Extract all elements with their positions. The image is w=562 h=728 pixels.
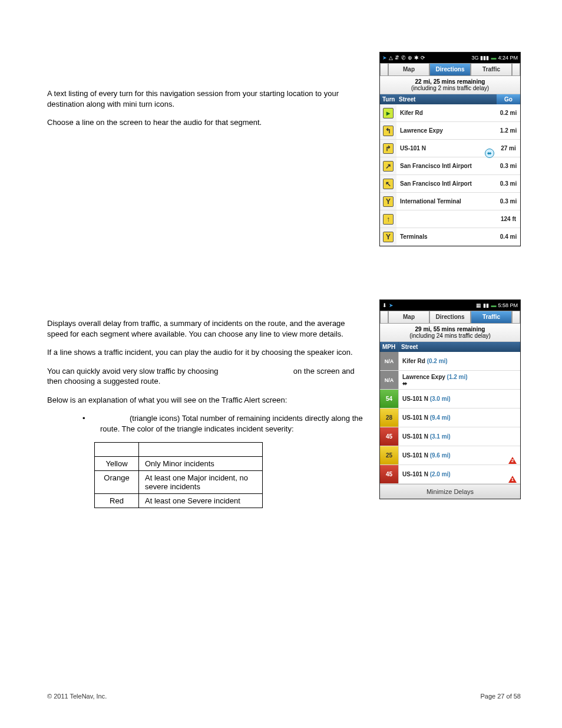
tab-traffic[interactable]: Traffic (471, 311, 512, 324)
turn-icon: ↱ (383, 143, 394, 154)
street-name: Lawrence Expy (396, 127, 497, 134)
tab-bar: Map Directions Traffic (380, 311, 520, 324)
incident-count: 1 (508, 476, 517, 483)
direction-row[interactable]: ↖San Francisco Intl Airport0.3 mi (380, 175, 520, 193)
highway-badge-icon: ⬌ (485, 149, 494, 158)
speed-badge: 28 (380, 409, 399, 427)
status-right: ▦▮▮ ▬ 5:58 PM (476, 302, 518, 308)
route-status: 29 mi, 55 mins remaining (including 24 m… (380, 324, 520, 342)
traffic-text: Displays overall delay from traffic, a s… (47, 318, 365, 508)
route-summary-text: A text listing of every turn for this na… (47, 88, 365, 136)
distance: 27 mi (497, 145, 520, 151)
copyright: © 2011 TeleNav, Inc. (47, 693, 107, 700)
paragraph: If a line shows a traffic incident, you … (47, 347, 365, 358)
traffic-row[interactable]: 25US-101 N (9.6 mi)2 (380, 446, 520, 465)
status-icons: ⬇ ➤ (382, 302, 394, 308)
traffic-row[interactable]: 45US-101 N (3.1 mi) (380, 427, 520, 446)
street-name: US-101 N⬌ (396, 145, 497, 151)
distance: 0.2 mi (497, 110, 520, 116)
phone-traffic-screenshot: ⬇ ➤ ▦▮▮ ▬ 5:58 PM Map Directions Traffic… (379, 299, 521, 499)
table-row: YellowOnly Minor incidents (95, 457, 263, 471)
speed-badge: 45 (380, 465, 399, 483)
phone-directions-screenshot: ➤ △ ⇵✆⊕✱⟳ 3G▮▮▮ ▬ 4:24 PM Map Directions… (379, 52, 521, 246)
distance: 0.3 mi (497, 198, 520, 205)
table-row: RedAt least one Severe incident (95, 494, 263, 508)
direction-row[interactable]: ▸Kifer Rd0.2 mi (380, 104, 520, 122)
highway-badge-icon: ⬌ (402, 380, 517, 387)
street-name: San Francisco Intl Airport (396, 163, 497, 169)
paragraph: Below is an explanation of what you will… (47, 395, 365, 406)
clock: 4:24 PM (498, 55, 518, 61)
paragraph: You can quickly avoid very slow traffic … (47, 366, 365, 387)
battery-icon: ▬ (491, 302, 496, 308)
bullet-item: • (triangle icons) Total number of remai… (82, 413, 365, 434)
page-footer: © 2011 TeleNav, Inc. Page 27 of 58 (47, 693, 521, 700)
traffic-row[interactable]: 45US-101 N (2.0 mi)1 (380, 465, 520, 484)
direction-row[interactable]: YTerminals0.4 mi (380, 228, 520, 246)
severity-table: YellowOnly Minor incidents OrangeAt leas… (94, 442, 263, 508)
clock: 5:58 PM (498, 302, 518, 308)
speed-badge: N/A (380, 352, 399, 370)
turn-icon: ↖ (383, 179, 394, 189)
nav-icon: ➤ (382, 55, 387, 61)
street-segment: US-101 N (2.0 mi)1 (399, 471, 520, 477)
warning-icon: △ (389, 55, 393, 61)
turn-icon: ↰ (383, 126, 394, 136)
turn-icon: ↑ (383, 214, 394, 225)
tab-directions[interactable]: Directions (429, 311, 471, 324)
nav-icon: ➤ (389, 302, 394, 308)
street-name: International Terminal (396, 198, 497, 205)
distance: 124 ft (497, 216, 520, 222)
route-status: 22 mi, 25 mins remaining (including 2 mi… (380, 76, 520, 94)
go-button[interactable]: Go (497, 94, 520, 104)
traffic-row[interactable]: 28US-101 N (9.4 mi) (380, 409, 520, 427)
speed-badge: 54 (380, 390, 399, 408)
turn-icon: Y (383, 232, 394, 242)
list-header: Turn Street Go (380, 94, 520, 104)
tab-directions[interactable]: Directions (429, 63, 471, 76)
status-bar: ➤ △ ⇵✆⊕✱⟳ 3G▮▮▮ ▬ 4:24 PM (380, 52, 520, 63)
street-segment: US-101 N (9.4 mi) (399, 414, 520, 421)
distance: 1.2 mi (497, 127, 520, 134)
minimize-delays-button[interactable]: Minimize Delays (380, 484, 520, 499)
incident-count: 2 (508, 457, 517, 464)
street-name: San Francisco Intl Airport (396, 180, 497, 187)
traffic-row[interactable]: N/AKifer Rd (0.2 mi) (380, 352, 520, 371)
battery-icon: ▬ (491, 55, 496, 61)
street-segment: US-101 N (9.6 mi)2 (399, 452, 520, 459)
direction-row[interactable]: ↑124 ft (380, 210, 520, 228)
turn-icon: Y (383, 196, 394, 207)
street-segment: US-101 N (3.0 mi) (399, 396, 520, 402)
turn-icon: ↗ (383, 161, 394, 172)
distance: 0.3 mi (497, 180, 520, 187)
direction-row[interactable]: ↰Lawrence Expy1.2 mi (380, 122, 520, 140)
tab-map[interactable]: Map (388, 63, 429, 76)
direction-row[interactable]: ↗San Francisco Intl Airport0.3 mi (380, 157, 520, 175)
status-right: 3G▮▮▮ ▬ 4:24 PM (471, 55, 518, 61)
signal-icon: ▮▮ (483, 302, 489, 308)
signal-icon: ▮▮▮ (480, 55, 489, 61)
street-segment: Lawrence Expy (1.2 mi)⬌ (399, 374, 520, 387)
tab-traffic[interactable]: Traffic (471, 63, 512, 76)
status-icons: ➤ △ ⇵✆⊕✱⟳ (382, 55, 425, 61)
tab-map[interactable]: Map (388, 311, 429, 324)
traffic-row[interactable]: 54US-101 N (3.0 mi) (380, 390, 520, 409)
list-header: MPH Street (380, 342, 520, 352)
distance: 0.3 mi (497, 163, 520, 169)
direction-row[interactable]: ↱US-101 N⬌27 mi (380, 140, 520, 157)
page-number: Page 27 of 58 (480, 693, 521, 700)
paragraph: Choose a line on the screen to hear the … (47, 117, 365, 128)
table-row: OrangeAt least one Major incident, no se… (95, 471, 263, 494)
bluetooth-icon: ✱ (414, 55, 419, 61)
tab-bar: Map Directions Traffic (380, 63, 520, 76)
status-bar: ⬇ ➤ ▦▮▮ ▬ 5:58 PM (380, 300, 520, 311)
speed-badge: 25 (380, 446, 399, 465)
paragraph: Displays overall delay from traffic, a s… (47, 318, 365, 339)
paragraph: A text listing of every turn for this na… (47, 88, 365, 109)
download-icon: ⬇ (382, 302, 387, 308)
direction-row[interactable]: YInternational Terminal0.3 mi (380, 193, 520, 210)
speed-badge: 45 (380, 427, 399, 446)
speed-badge: N/A (380, 371, 399, 389)
traffic-row[interactable]: N/ALawrence Expy (1.2 mi)⬌ (380, 371, 520, 390)
turn-icon: ▸ (383, 108, 394, 118)
